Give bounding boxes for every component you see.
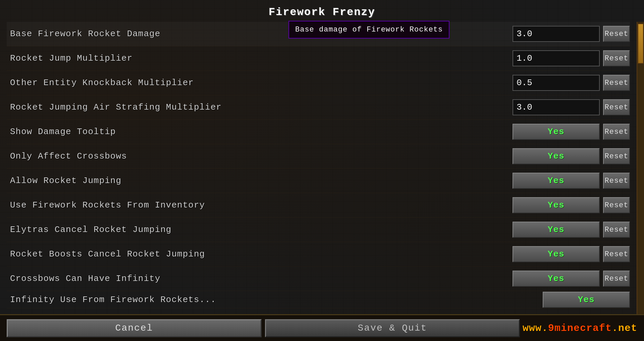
- value-input-base-firework-rocket-damage[interactable]: [513, 26, 600, 42]
- setting-row-other-entity-knockback-multiplier: Other Entity Knockback MultiplierReset: [7, 71, 630, 95]
- reset-button-show-damage-tooltip[interactable]: Reset: [603, 124, 630, 140]
- setting-row-infinity-use-from-firework-rockets: Infinity Use From Firework Rockets...Yes: [7, 291, 630, 308]
- reset-button-allow-rocket-jumping[interactable]: Reset: [603, 173, 630, 189]
- reset-button-base-firework-rocket-damage[interactable]: Reset: [603, 26, 630, 42]
- reset-button-rocket-boosts-cancel-rocket-jumping[interactable]: Reset: [603, 246, 630, 262]
- reset-button-rocket-jumping-air-strafing-multiplier[interactable]: Reset: [603, 99, 630, 115]
- scrollbar-track[interactable]: [637, 22, 644, 314]
- setting-control-crossbows-can-have-infinity: YesReset: [513, 271, 630, 287]
- setting-label-only-affect-crossbows: Only Affect Crossbows: [7, 151, 513, 161]
- setting-label-other-entity-knockback-multiplier: Other Entity Knockback Multiplier: [7, 78, 513, 88]
- setting-row-only-affect-crossbows: Only Affect CrossbowsYesReset: [7, 144, 630, 169]
- watermark-suffix: .net: [612, 323, 637, 334]
- setting-row-elytras-cancel-rocket-jumping: Elytras Cancel Rocket JumpingYesReset: [7, 218, 630, 242]
- value-input-rocket-jump-multiplier[interactable]: [513, 50, 600, 66]
- watermark-brand: 9minecraft: [548, 323, 612, 334]
- value-input-other-entity-knockback-multiplier[interactable]: [513, 75, 600, 91]
- reset-button-only-affect-crossbows[interactable]: Reset: [603, 148, 630, 164]
- toggle-button-infinity-use-from-firework-rockets[interactable]: Yes: [543, 292, 630, 308]
- toggle-button-rocket-boosts-cancel-rocket-jumping[interactable]: Yes: [513, 246, 600, 262]
- setting-row-use-firework-rockets-from-inventory: Use Firework Rockets From InventoryYesRe…: [7, 193, 630, 218]
- settings-list: Base Firework Rocket DamageResetRocket J…: [0, 22, 637, 314]
- reset-button-use-firework-rockets-from-inventory[interactable]: Reset: [603, 197, 630, 213]
- setting-label-use-firework-rockets-from-inventory: Use Firework Rockets From Inventory: [7, 200, 513, 210]
- setting-row-rocket-jumping-air-strafing-multiplier: Rocket Jumping Air Strafing MultiplierRe…: [7, 95, 630, 120]
- setting-control-elytras-cancel-rocket-jumping: YesReset: [513, 222, 630, 238]
- setting-control-allow-rocket-jumping: YesReset: [513, 173, 630, 189]
- page-wrapper: Firework Frenzy Base damage of Firework …: [0, 0, 644, 341]
- page-title: Firework Frenzy: [0, 0, 644, 22]
- value-input-rocket-jumping-air-strafing-multiplier[interactable]: [513, 99, 600, 115]
- setting-control-other-entity-knockback-multiplier: Reset: [513, 75, 630, 91]
- setting-label-show-damage-tooltip: Show Damage Tooltip: [7, 127, 513, 137]
- setting-label-rocket-jumping-air-strafing-multiplier: Rocket Jumping Air Strafing Multiplier: [7, 102, 513, 112]
- setting-label-rocket-boosts-cancel-rocket-jumping: Rocket Boosts Cancel Rocket Jumping: [7, 249, 513, 259]
- setting-control-rocket-boosts-cancel-rocket-jumping: YesReset: [513, 246, 630, 262]
- setting-control-rocket-jumping-air-strafing-multiplier: Reset: [513, 99, 630, 115]
- setting-control-infinity-use-from-firework-rockets: Yes: [543, 292, 630, 308]
- watermark: www.9minecraft.net: [523, 323, 637, 334]
- setting-row-allow-rocket-jumping: Allow Rocket JumpingYesReset: [7, 169, 630, 193]
- setting-label-rocket-jump-multiplier: Rocket Jump Multiplier: [7, 53, 513, 63]
- reset-button-crossbows-can-have-infinity[interactable]: Reset: [603, 271, 630, 287]
- toggle-button-allow-rocket-jumping[interactable]: Yes: [513, 173, 600, 189]
- toggle-button-crossbows-can-have-infinity[interactable]: Yes: [513, 271, 600, 287]
- save-quit-button[interactable]: Save & Quit: [265, 319, 520, 337]
- setting-row-rocket-jump-multiplier: Rocket Jump MultiplierReset: [7, 46, 630, 71]
- reset-button-rocket-jump-multiplier[interactable]: Reset: [603, 50, 630, 66]
- toggle-button-show-damage-tooltip[interactable]: Yes: [513, 124, 600, 140]
- cancel-button[interactable]: Cancel: [7, 319, 262, 337]
- setting-row-base-firework-rocket-damage: Base Firework Rocket DamageReset: [7, 22, 630, 46]
- setting-control-only-affect-crossbows: YesReset: [513, 148, 630, 164]
- setting-control-show-damage-tooltip: YesReset: [513, 124, 630, 140]
- content-area: Base Firework Rocket DamageResetRocket J…: [0, 22, 644, 314]
- setting-control-rocket-jump-multiplier: Reset: [513, 50, 630, 66]
- setting-row-crossbows-can-have-infinity: Crossbows Can Have InfinityYesReset: [7, 267, 630, 291]
- bottom-bar: Cancel Save & Quit www.9minecraft.net: [0, 314, 644, 341]
- setting-label-allow-rocket-jumping: Allow Rocket Jumping: [7, 176, 513, 186]
- setting-row-show-damage-tooltip: Show Damage TooltipYesReset: [7, 120, 630, 144]
- setting-control-base-firework-rocket-damage: Reset: [513, 26, 630, 42]
- reset-button-other-entity-knockback-multiplier[interactable]: Reset: [603, 75, 630, 91]
- setting-label-elytras-cancel-rocket-jumping: Elytras Cancel Rocket Jumping: [7, 225, 513, 235]
- reset-button-elytras-cancel-rocket-jumping[interactable]: Reset: [603, 222, 630, 238]
- toggle-button-elytras-cancel-rocket-jumping[interactable]: Yes: [513, 222, 600, 238]
- scrollbar-thumb[interactable]: [638, 23, 644, 64]
- toggle-button-only-affect-crossbows[interactable]: Yes: [513, 148, 600, 164]
- watermark-prefix: www.: [523, 323, 548, 334]
- setting-row-rocket-boosts-cancel-rocket-jumping: Rocket Boosts Cancel Rocket JumpingYesRe…: [7, 242, 630, 267]
- setting-control-use-firework-rockets-from-inventory: YesReset: [513, 197, 630, 213]
- setting-label-crossbows-can-have-infinity: Crossbows Can Have Infinity: [7, 274, 513, 284]
- setting-label-infinity-use-from-firework-rockets: Infinity Use From Firework Rockets...: [7, 295, 543, 305]
- toggle-button-use-firework-rockets-from-inventory[interactable]: Yes: [513, 197, 600, 213]
- setting-label-base-firework-rocket-damage: Base Firework Rocket Damage: [7, 29, 513, 39]
